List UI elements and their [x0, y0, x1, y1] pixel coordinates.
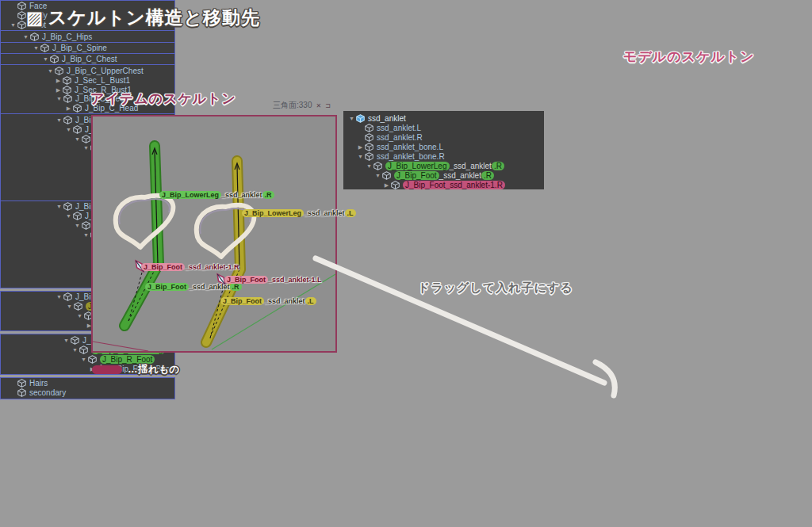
cube-icon: [63, 292, 73, 302]
tree-row[interactable]: ▼J_Bip_C_Chest: [1, 55, 174, 64]
expand-open-icon[interactable]: ▼: [75, 311, 84, 320]
bone-name: ssd_anklet.L: [377, 124, 421, 132]
tree-row[interactable]: ▼ssd_anklet: [343, 113, 544, 123]
cube-icon: [30, 32, 40, 41]
tree-row[interactable]: ▼J_Bip_C_UpperChest: [1, 66, 174, 75]
scene-viewport[interactable]: J_Bip_LowerLeg_ssd_anklet.RJ_Bip_LowerLe…: [91, 115, 337, 353]
cube-icon: [50, 55, 59, 64]
scene-canvas: [93, 116, 335, 351]
viewport-bone-label: J_Bip_LowerLeg_ssd_anklet.R: [159, 190, 274, 200]
anklet-mesh-right[interactable]: [116, 196, 174, 247]
tree-row[interactable]: secondary: [1, 388, 174, 398]
expand-open-icon[interactable]: ▼: [55, 116, 63, 124]
expand-open-icon[interactable]: ▼: [46, 67, 55, 75]
expand-open-icon[interactable]: ▼: [365, 162, 373, 170]
shading-toggle-icon[interactable]: ⊐: [325, 102, 331, 109]
expand-closed-icon[interactable]: ▶: [382, 181, 391, 189]
expand-open-icon[interactable]: ▼: [9, 21, 17, 29]
expand-open-icon[interactable]: ▼: [73, 135, 82, 143]
tree-row[interactable]: ssd_anklet.R: [343, 132, 544, 142]
cube-icon: [82, 221, 91, 231]
cube-icon: [73, 104, 82, 113]
expand-open-icon[interactable]: ▼: [73, 221, 82, 230]
model-skeleton-heading: モデルのスケルトン: [623, 48, 755, 66]
viewport-bone-label: J_Bip_Foot_ssd_anklet-1.L: [224, 275, 322, 285]
bone-name: Hairs: [29, 379, 48, 388]
cube-icon: [63, 75, 72, 85]
expand-open-icon[interactable]: ▼: [356, 152, 365, 161]
cube-icon: [82, 134, 91, 143]
cube-icon: [73, 212, 82, 221]
tree-row[interactable]: ▼J_Bip_C_Hips: [1, 32, 174, 41]
expand-open-icon[interactable]: ▼: [32, 44, 40, 52]
expand-open-icon[interactable]: ▼: [71, 346, 79, 354]
prefab-cube-icon: [356, 113, 366, 123]
expand-open-icon[interactable]: ▼: [373, 171, 382, 180]
expand-open-icon[interactable]: ▼: [65, 302, 74, 311]
cube-icon: [365, 142, 374, 151]
bone-name: ssd_anklet.R: [377, 133, 423, 142]
viewport-bone-label: J_Bip_LowerLeg_ssd_anklet.L: [242, 208, 356, 218]
expand-open-icon[interactable]: ▼: [55, 292, 63, 301]
tree-row[interactable]: ▼ssd_anklet_bone.R: [343, 151, 544, 161]
cube-icon: [365, 151, 374, 161]
triangle-count-readout: 三角面:330 ✕ ⊐: [273, 100, 331, 111]
page-title-text: スケルトン構造と移動先: [48, 6, 260, 30]
bone-name: secondary: [29, 388, 66, 397]
expand-closed-icon[interactable]: ▶: [64, 104, 73, 113]
expand-open-icon[interactable]: ▼: [64, 212, 73, 220]
tree-row[interactable]: ▶J_Bip_Foot_ssd_anklet-1.R: [343, 180, 544, 189]
tree-row[interactable]: ▼J_Bip_C_Spine: [1, 44, 174, 53]
expand-open-icon[interactable]: ▼: [347, 114, 356, 123]
cube-icon: [373, 161, 383, 170]
tree-row[interactable]: ▼J_Bip_Foot_ssd_anklet.R: [343, 170, 544, 180]
expand-open-icon[interactable]: ▼: [21, 32, 30, 41]
grid-axis-red: [93, 342, 148, 351]
expand-closed-icon[interactable]: ▶: [54, 86, 63, 94]
tree-row[interactable]: Hairs: [1, 379, 174, 388]
legend: …揺れもの: [92, 363, 180, 376]
drag-note: ドラッグして入れ子にする: [418, 281, 573, 296]
expand-open-icon[interactable]: ▼: [62, 336, 71, 345]
tree-row[interactable]: ▶ssd_anklet_bone.L: [343, 142, 544, 151]
expand-open-icon[interactable]: ▼: [55, 202, 63, 211]
cube-icon: [17, 379, 27, 388]
bone-name: J_Sec_L_Bust1: [75, 76, 130, 85]
bone-name: J_Bip_C_UpperChest: [67, 67, 144, 75]
expand-closed-icon[interactable]: ▶: [356, 143, 365, 151]
cube-icon: [365, 132, 374, 142]
expand-open-icon[interactable]: ▼: [82, 231, 90, 239]
cube-icon: [382, 170, 392, 180]
tree-row[interactable]: ▼J_Bip_LowerLeg_ssd_anklet.R: [343, 161, 544, 170]
sway-color-swatch: [92, 365, 122, 374]
cube-icon: [40, 44, 50, 53]
cube-icon: [63, 115, 73, 124]
cube-icon: [71, 335, 80, 345]
cube-icon: [391, 180, 400, 189]
tree-row[interactable]: ▶J_Sec_L_Bust1: [1, 75, 174, 85]
expand-open-icon[interactable]: ▼: [82, 143, 90, 152]
bone-name: J_Bip_R_Foot: [100, 355, 155, 364]
bone-name: ssd_anklet_bone.R: [377, 152, 445, 161]
bone-name: J_Bip_LowerLeg_ssd_anklet.R: [385, 162, 504, 170]
expand-open-icon[interactable]: ▼: [79, 355, 88, 364]
tree-row[interactable]: ssd_anklet.L: [343, 123, 544, 132]
expand-closed-icon[interactable]: ▶: [54, 76, 63, 85]
bone-name: J_Bip_C_Chest: [62, 55, 117, 63]
cube-icon: [63, 85, 72, 94]
cube-icon: [79, 345, 89, 354]
cube-icon: [55, 66, 64, 75]
page-title: ▨ スケルトン構造と移動先: [26, 6, 260, 30]
viewport-bone-label: J_Bip_Foot_ssd_anklet-1.R: [141, 262, 239, 272]
bone-name: ssd_anklet: [368, 114, 406, 123]
bone-name: ssd_anklet_bone.L: [377, 143, 443, 151]
expand-open-icon[interactable]: ▼: [64, 125, 73, 134]
expand-open-icon[interactable]: ▼: [41, 55, 50, 63]
hatched-square-icon: ▨: [26, 8, 44, 29]
wireframe-toggle-icon[interactable]: ✕: [316, 102, 321, 109]
bone-name: J_Bip_C_Spine: [52, 44, 107, 52]
expand-open-icon[interactable]: ▼: [55, 94, 63, 103]
legend-label: …揺れもの: [128, 363, 180, 376]
cube-icon: [365, 123, 374, 132]
item-hierarchy-panel[interactable]: ▼ssd_ankletssd_anklet.Lssd_anklet.R▶ssd_…: [343, 111, 544, 189]
